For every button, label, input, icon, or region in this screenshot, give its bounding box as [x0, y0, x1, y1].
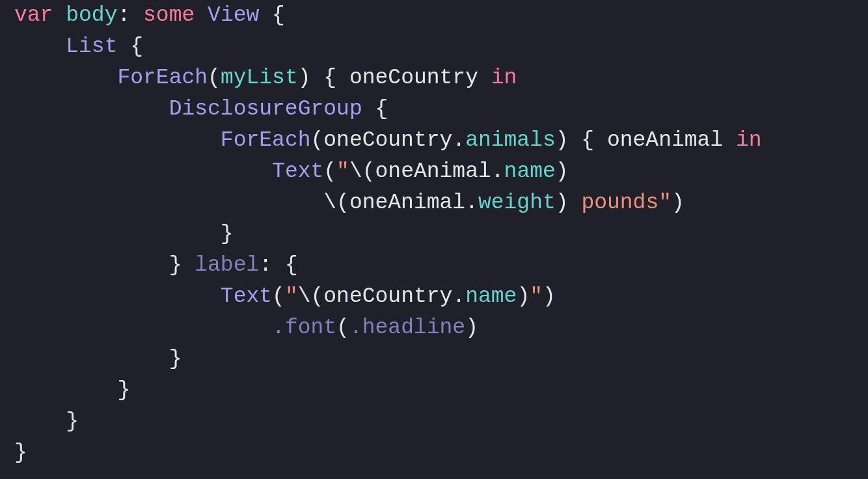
code-token: }: [221, 222, 234, 246]
code-token: name: [465, 284, 517, 308]
code-token: {: [362, 97, 388, 121]
code-line: List {: [14, 34, 143, 59]
code-token: myList: [221, 66, 298, 90]
code-line: }: [14, 409, 79, 433]
code-block: var body: some View { List { ForEach(myL…: [0, 0, 868, 469]
code-token: in: [736, 128, 762, 152]
code-token: pounds": [569, 191, 671, 215]
code-token: (: [323, 159, 336, 184]
code-line: }: [14, 378, 130, 402]
code-token: [195, 3, 208, 27]
code-token: ForEach: [221, 128, 311, 152]
code-token: List: [66, 34, 117, 59]
code-line: Text("\(oneAnimal.name): [14, 159, 569, 184]
code-token: oneCountry.: [323, 284, 465, 308]
code-token: name: [504, 159, 556, 184]
code-line: \(oneAnimal.weight) pounds"): [14, 191, 685, 215]
code-token: }: [66, 409, 79, 433]
code-token: DisclosureGroup: [169, 97, 362, 121]
code-token: oneAnimal.: [349, 191, 478, 215]
code-token: Text: [272, 159, 323, 184]
code-token: ": [530, 284, 543, 308]
code-token: }: [14, 441, 27, 465]
code-token: ): [543, 284, 556, 308]
code-token: .font: [272, 316, 336, 340]
code-token: body: [66, 3, 117, 27]
code-token: {: [117, 34, 143, 59]
code-token: \(: [298, 284, 324, 308]
code-line: }: [14, 347, 182, 371]
code-token: ): [671, 191, 685, 215]
code-token: ): [465, 316, 478, 340]
code-line: var body: some View {: [14, 3, 285, 27]
code-token: :: [117, 3, 143, 27]
code-token: some: [143, 3, 195, 27]
code-token: var: [14, 3, 53, 27]
code-line: ForEach(myList) { oneCountry in: [14, 66, 517, 90]
code-token: ): [517, 284, 530, 308]
code-token: animals: [465, 128, 556, 152]
code-token: }: [117, 378, 130, 402]
code-line: ForEach(oneCountry.animals) { oneAnimal …: [14, 128, 762, 152]
code-line: Text("\(oneCountry.name)"): [14, 284, 556, 308]
code-token: ForEach: [117, 66, 208, 90]
code-token: : {: [259, 253, 297, 277]
code-token: (: [272, 284, 285, 308]
code-token: [53, 3, 66, 27]
code-token: ) { oneCountry: [298, 66, 491, 90]
code-token: Text: [221, 284, 272, 308]
code-token: label: [195, 253, 259, 277]
code-line: }: [14, 222, 234, 246]
code-token: \(: [349, 159, 375, 184]
code-token: ): [556, 159, 569, 184]
code-token: (: [208, 66, 221, 90]
code-token: }: [169, 347, 182, 371]
code-token: ): [556, 191, 569, 215]
code-token: ": [336, 159, 349, 184]
code-token: ) { oneAnimal: [556, 128, 736, 152]
code-token: .headline: [349, 316, 465, 340]
code-line: }: [14, 441, 27, 465]
code-line: } label: {: [14, 253, 298, 277]
code-token: weight: [478, 191, 556, 215]
code-token: in: [491, 66, 517, 90]
code-token: {: [259, 3, 285, 27]
code-token: \(: [323, 191, 349, 215]
code-line: .font(.headline): [14, 316, 478, 340]
code-token: oneAnimal.: [375, 159, 504, 184]
code-line: DisclosureGroup {: [14, 97, 388, 121]
code-token: }: [169, 253, 195, 277]
code-token: View: [208, 3, 259, 27]
code-token: (: [336, 316, 349, 340]
code-token: ": [285, 284, 298, 308]
code-token: (oneCountry.: [310, 128, 465, 152]
